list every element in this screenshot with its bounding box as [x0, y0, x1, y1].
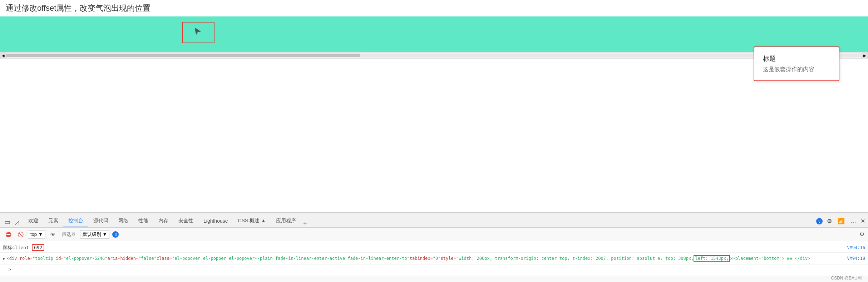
inspect-element-icon[interactable]: ▭	[3, 217, 12, 227]
cursor-box	[182, 22, 214, 43]
console-output: 鼠标client 692 VM94:16 ▶ <div role= "toolt…	[0, 241, 868, 276]
tab-network[interactable]: 网络	[113, 215, 133, 227]
html-id-value: "el-popover-5246"	[64, 256, 108, 261]
page-title: 通过修改offset属性，改变气泡出现的位置	[0, 0, 868, 16]
clear-console-button[interactable]: ⛔	[4, 230, 13, 239]
teal-banner	[0, 16, 868, 52]
popover-title: 标题	[763, 54, 830, 63]
filter-label: 筛选器	[60, 231, 77, 238]
tab-memory[interactable]: 内存	[153, 215, 173, 227]
html-style-value: "width: 200px; transform-origin: center …	[456, 256, 694, 261]
tab-console[interactable]: 控制台	[63, 215, 88, 227]
html-attr-tooltip: "tooltip"	[33, 256, 56, 261]
html-source-line: ▶ <div role= "tooltip" id= "el-popover-5…	[0, 253, 868, 264]
devtools-right-controls: 3 ⚙ 📶 … ✕	[816, 216, 865, 227]
console-filter-toggle[interactable]: 🚫	[16, 230, 25, 239]
bottom-credit-text: CSDN @BAUAll	[831, 276, 862, 281]
tab-security[interactable]: 安全性	[173, 215, 198, 227]
html-tabindex: tabindex=	[410, 256, 433, 261]
tab-welcome[interactable]: 欢迎	[23, 215, 43, 227]
scroll-left-arrow[interactable]: ◀	[0, 52, 6, 59]
devtools-tabs-bar: ▭ ◿ 欢迎 元素 控制台 源代码 网络 性能 内存 安全性 Lighthous…	[0, 213, 868, 228]
expand-arrow[interactable]: ▶	[3, 256, 5, 261]
popover-box: 标题 这是嵌套操作的内容	[754, 46, 839, 81]
devtools-panel: ▭ ◿ 欢迎 元素 控制台 源代码 网络 性能 内存 安全性 Lighthous…	[0, 212, 868, 282]
console-link-2[interactable]: VM94:18	[847, 256, 865, 261]
context-selector[interactable]: top ▼	[28, 230, 45, 239]
add-tab-button[interactable]: +	[301, 220, 309, 227]
html-left-highlighted: left: 1543px;	[694, 255, 730, 262]
devtools-toolbar: ⛔ 🚫 top ▼ 👁 筛选器 默认级别 ▼ 3 ⚙	[0, 228, 868, 241]
console-badge: 3	[112, 231, 119, 238]
mouse-x-value: 692	[32, 244, 44, 251]
html-tabindex-value: "0"	[433, 256, 441, 261]
html-x-placement: x-placement="bottom"> ≡≡ </div>	[730, 256, 810, 261]
html-class: class=	[157, 256, 172, 261]
html-class-value: "el-popover el-popper el-popover--plain …	[172, 256, 410, 261]
scroll-right-arrow[interactable]: ▶	[862, 52, 868, 59]
eye-icon[interactable]: 👁	[48, 230, 58, 239]
level-selector-value: 默认级别 ▼	[83, 231, 107, 238]
white-space	[0, 59, 868, 127]
more-options-icon[interactable]: …	[849, 217, 858, 226]
html-aria-value: "false"	[138, 256, 157, 261]
page-area: 通过修改offset属性，改变气泡出现的位置 ◀ ▶ 标题 这是嵌套操作的内容	[0, 0, 868, 139]
level-selector[interactable]: 默认级别 ▼	[80, 230, 109, 239]
context-selector-arrow: ▼	[38, 232, 43, 237]
html-aria-hidden: aria-hidden=	[107, 256, 138, 261]
extra-console-line: >	[0, 264, 868, 274]
tab-performance[interactable]: 性能	[133, 215, 153, 227]
mouse-client-label: 鼠标client	[3, 244, 29, 251]
device-toolbar-icon[interactable]: ◿	[13, 218, 20, 227]
cursor-icon	[193, 27, 202, 36]
context-selector-value: top	[30, 232, 37, 237]
remote-devices-icon[interactable]: 📶	[836, 216, 846, 226]
scrollbar-area: ◀ ▶	[0, 52, 868, 59]
popover-content: 这是嵌套操作的内容	[763, 66, 830, 73]
console-line-mouse: 鼠标client 692 VM94:16	[0, 243, 868, 253]
html-style-start: style=	[440, 256, 456, 261]
tab-css-overview[interactable]: CSS 概述 ▲	[233, 215, 271, 227]
html-id: id=	[56, 256, 64, 261]
console-link-1[interactable]: VM94:16	[847, 245, 865, 250]
devtools-badge: 3	[816, 218, 823, 224]
tab-elements[interactable]: 元素	[43, 215, 63, 227]
settings-icon[interactable]: ⚙	[825, 216, 833, 226]
tab-sources[interactable]: 源代码	[88, 215, 113, 227]
console-settings-icon[interactable]: ⚙	[859, 231, 864, 238]
scrollbar-thumb[interactable]	[6, 54, 360, 57]
html-div-open: <div role=	[7, 256, 33, 261]
tab-lighthouse[interactable]: Lighthouse	[198, 215, 233, 227]
extra-line-text: >	[9, 267, 11, 272]
tab-application[interactable]: 应用程序	[271, 215, 301, 227]
scrollbar-track	[6, 54, 862, 57]
devtools-bottom-bar: CSDN @BAUAll	[0, 276, 868, 282]
close-devtools-button[interactable]: ✕	[860, 218, 865, 224]
